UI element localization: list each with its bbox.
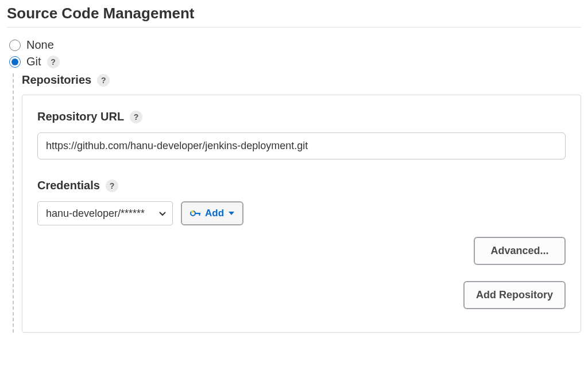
add-credentials-label: Add [205, 208, 224, 219]
help-icon[interactable]: ? [130, 111, 142, 123]
add-repository-button[interactable]: Add Repository [463, 281, 566, 309]
help-icon[interactable]: ? [106, 180, 118, 192]
repository-box: Repository URL ? Credentials ? hanu-deve… [22, 95, 581, 333]
scm-option-none[interactable]: None [9, 37, 581, 53]
credentials-select[interactable]: hanu-developer/****** [37, 201, 173, 225]
repo-url-field: Repository URL ? [37, 110, 566, 159]
repo-actions: Advanced... Add Repository [37, 237, 566, 309]
credentials-field: Credentials ? hanu-developer/****** [37, 179, 566, 225]
scm-radio-group: None Git ? [7, 37, 581, 70]
scm-radio-none[interactable] [9, 40, 21, 51]
section-title: Source Code Management [7, 5, 581, 28]
svg-rect-2 [199, 213, 200, 216]
credentials-label: Credentials [37, 179, 100, 192]
advanced-button[interactable]: Advanced... [474, 237, 566, 265]
repositories-heading: Repositories [22, 73, 91, 87]
svg-point-3 [191, 210, 194, 213]
scm-radio-git[interactable] [9, 56, 21, 68]
add-credentials-button[interactable]: Add [181, 201, 243, 225]
credentials-select-wrap: hanu-developer/****** [37, 201, 173, 225]
key-icon [190, 209, 202, 217]
scm-label-git: Git [26, 55, 41, 68]
scm-label-none: None [26, 38, 54, 52]
scm-option-git[interactable]: Git ? [9, 53, 581, 70]
repo-url-label: Repository URL [37, 110, 124, 123]
repositories-heading-row: Repositories ? [22, 73, 581, 87]
help-icon[interactable]: ? [47, 56, 60, 68]
repo-url-input[interactable] [37, 132, 566, 159]
git-config-section: Repositories ? Repository URL ? Credenti… [13, 73, 581, 333]
caret-down-icon [229, 212, 234, 215]
help-icon[interactable]: ? [97, 74, 110, 87]
